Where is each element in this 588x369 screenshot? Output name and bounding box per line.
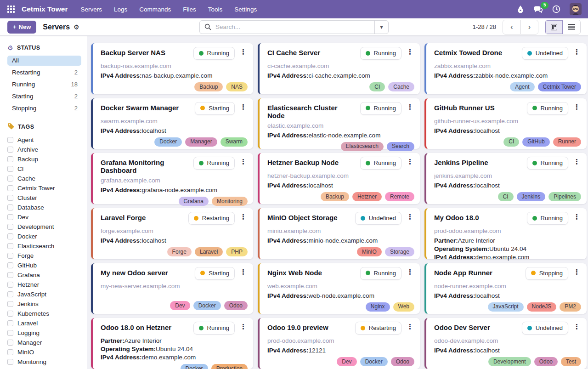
kanban-view-button[interactable]: [545, 20, 563, 34]
server-card[interactable]: Odoo 19.0 preview Restarting ⋮ prod-odoo…: [258, 318, 420, 369]
search-filter-caret[interactable]: ▾: [374, 21, 388, 34]
tag-filter-item[interactable]: Cluster: [7, 193, 81, 203]
kebab-menu-icon[interactable]: ⋮: [239, 267, 248, 275]
tag-checkbox[interactable]: [7, 349, 13, 355]
app-brand[interactable]: Cetmix Tower: [22, 5, 68, 13]
tag-filter-item[interactable]: Hetzner: [7, 280, 81, 290]
server-card[interactable]: Laravel Forge Restarting ⋮ forge.example…: [91, 208, 253, 259]
status-badge[interactable]: Running: [193, 157, 235, 170]
tag-filter-item[interactable]: Dev: [7, 212, 81, 222]
status-badge[interactable]: Running: [360, 102, 401, 115]
server-card[interactable]: Grafana Monitoring Dashboard Running ⋮ g…: [91, 153, 253, 204]
pager-next-button[interactable]: ›: [520, 20, 538, 34]
status-badge[interactable]: Stopping: [526, 267, 568, 280]
server-card[interactable]: My new Odoo server Starting ⋮ my-new-ser…: [91, 263, 253, 314]
activity-clock-icon[interactable]: [552, 5, 560, 13]
status-badge[interactable]: Running: [360, 157, 401, 170]
kebab-menu-icon[interactable]: ⋮: [572, 322, 581, 330]
tag-checkbox[interactable]: [7, 156, 13, 162]
status-badge[interactable]: Restarting: [355, 322, 401, 335]
tag-checkbox[interactable]: [7, 262, 13, 268]
tag-filter-item[interactable]: Laravel: [7, 318, 81, 328]
nav-item-commands[interactable]: Commands: [139, 6, 171, 13]
tag-checkbox[interactable]: [7, 272, 13, 278]
tag-filter-item[interactable]: CI: [7, 164, 81, 174]
status-badge[interactable]: Running: [193, 322, 235, 335]
tag-checkbox[interactable]: [7, 233, 13, 239]
tag-checkbox[interactable]: [7, 185, 13, 191]
status-badge[interactable]: Running: [527, 212, 568, 225]
kebab-menu-icon[interactable]: ⋮: [572, 157, 581, 165]
tag-filter-item[interactable]: Jenkins: [7, 299, 81, 309]
kebab-menu-icon[interactable]: ⋮: [572, 267, 581, 275]
server-card[interactable]: Nginx Web Node Running ⋮ web.example.com…: [258, 263, 420, 314]
kebab-menu-icon[interactable]: ⋮: [406, 212, 414, 220]
actions-gear-icon[interactable]: ⚙: [74, 23, 79, 31]
list-view-button[interactable]: [563, 20, 580, 34]
tag-checkbox[interactable]: [7, 137, 13, 143]
status-badge[interactable]: Running: [360, 267, 401, 280]
kebab-menu-icon[interactable]: ⋮: [406, 157, 414, 165]
tag-checkbox[interactable]: [7, 282, 13, 288]
tag-filter-item[interactable]: Logging: [7, 328, 81, 338]
status-badge[interactable]: Restarting: [188, 212, 235, 225]
kebab-menu-icon[interactable]: ⋮: [239, 102, 248, 110]
tag-filter-item[interactable]: Grafana: [7, 270, 81, 280]
status-badge[interactable]: Running: [527, 102, 568, 115]
kebab-menu-icon[interactable]: ⋮: [572, 102, 581, 110]
new-button[interactable]: + New: [7, 21, 36, 34]
messages-icon[interactable]: 5: [533, 6, 543, 13]
kebab-menu-icon[interactable]: ⋮: [239, 47, 248, 55]
kebab-menu-icon[interactable]: ⋮: [239, 157, 248, 165]
status-filter-item[interactable]: Stopping 2: [7, 103, 81, 114]
status-badge[interactable]: Running: [193, 47, 235, 60]
tag-checkbox[interactable]: [7, 195, 13, 201]
status-badge[interactable]: Starting: [195, 267, 235, 280]
nav-item-servers[interactable]: Servers: [81, 6, 102, 13]
tag-filter-item[interactable]: Docker: [7, 232, 81, 241]
kebab-menu-icon[interactable]: ⋮: [572, 47, 581, 55]
tag-filter-item[interactable]: MinIO: [7, 347, 81, 357]
nav-item-logs[interactable]: Logs: [114, 6, 127, 13]
server-card[interactable]: Cetmix Towed Drone Undefined ⋮ zabbix.ex…: [424, 43, 587, 94]
tag-filter-item[interactable]: Development: [7, 222, 81, 232]
tag-filter-item[interactable]: Manager: [7, 338, 81, 347]
kebab-menu-icon[interactable]: ⋮: [406, 102, 414, 110]
server-card[interactable]: CI Cache Server Running ⋮ ci-cache.examp…: [258, 43, 420, 94]
tag-filter-item[interactable]: Kubernetes: [7, 309, 81, 318]
status-badge[interactable]: Running: [527, 157, 568, 170]
status-filter-item[interactable]: Starting 2: [7, 91, 81, 102]
tag-checkbox[interactable]: [7, 147, 13, 153]
tag-filter-item[interactable]: Database: [7, 203, 81, 212]
kebab-menu-icon[interactable]: ⋮: [572, 212, 581, 220]
apps-grid-icon[interactable]: [7, 6, 15, 13]
tag-checkbox[interactable]: [7, 320, 13, 326]
server-card[interactable]: Elasticsearch Cluster Node Running ⋮ ela…: [258, 98, 420, 149]
status-filter-item[interactable]: Running 18: [7, 79, 81, 90]
tag-checkbox[interactable]: [7, 311, 13, 317]
status-badge[interactable]: Running: [360, 47, 401, 60]
server-card[interactable]: MinIO Object Storage Undefined ⋮ minio.e…: [258, 208, 420, 259]
nav-item-tools[interactable]: Tools: [208, 6, 223, 13]
kebab-menu-icon[interactable]: ⋮: [406, 322, 414, 330]
user-avatar[interactable]: [570, 3, 582, 15]
tag-checkbox[interactable]: [7, 176, 13, 182]
status-filter-item[interactable]: Restarting 2: [7, 68, 81, 78]
server-card[interactable]: Backup Server NAS Running ⋮ backup-nas.e…: [91, 43, 253, 94]
kebab-menu-icon[interactable]: ⋮: [406, 47, 414, 55]
status-badge[interactable]: Undefined: [522, 47, 568, 60]
tag-filter-item[interactable]: Elasticsearch: [7, 241, 81, 251]
server-card[interactable]: Odoo 18.0 on Hetzner Running ⋮ Partner:A…: [91, 318, 253, 369]
tag-filter-item[interactable]: Archive: [7, 145, 81, 154]
tag-filter-item[interactable]: Agent: [7, 135, 81, 145]
tag-checkbox[interactable]: [7, 214, 13, 220]
pager-prev-button[interactable]: ‹: [503, 20, 520, 34]
tag-filter-item[interactable]: GitHub: [7, 261, 81, 270]
server-card[interactable]: My Odoo 18.0 Running ⋮ prod-odoo.example…: [424, 208, 587, 259]
tag-checkbox[interactable]: [7, 224, 13, 230]
tag-filter-item[interactable]: JavaScript: [7, 290, 81, 299]
search-input[interactable]: [211, 23, 374, 30]
server-card[interactable]: Hetzner Backup Node Running ⋮ hetzner-ba…: [258, 153, 420, 204]
status-badge[interactable]: Starting: [195, 102, 235, 115]
tag-checkbox[interactable]: [7, 359, 13, 365]
